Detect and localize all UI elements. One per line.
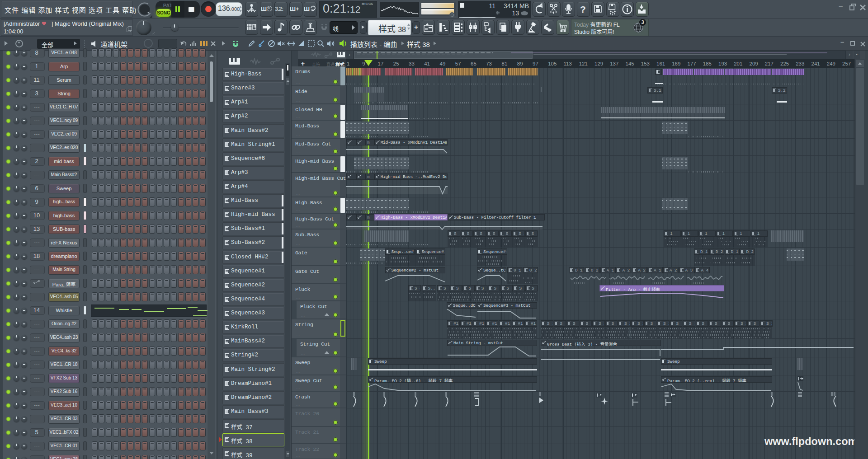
svg-text:?: ? xyxy=(580,4,586,14)
